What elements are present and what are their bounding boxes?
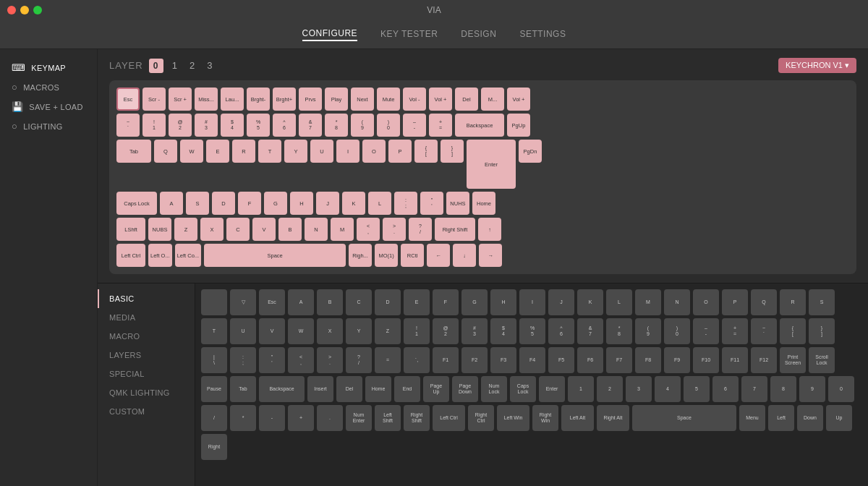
key-9[interactable]: (9	[351, 114, 374, 137]
key-z[interactable]: Z	[174, 218, 197, 241]
pkey-numminus[interactable]: -	[259, 405, 285, 431]
pkey-scroll-lock[interactable]: ScrollLock	[809, 347, 835, 373]
maximize-button[interactable]	[33, 6, 42, 14]
key-backspace[interactable]: Backspace	[455, 114, 504, 137]
pkey-a[interactable]: A	[288, 289, 314, 315]
key-slash[interactable]: ?/	[409, 218, 432, 241]
key-r[interactable]: R	[232, 140, 255, 163]
key-pgdn[interactable]: PgDn	[519, 140, 542, 163]
key-w[interactable]: W	[180, 140, 203, 163]
pkey-f7[interactable]: F7	[606, 347, 632, 373]
pkey-6[interactable]: ^6	[548, 318, 574, 344]
pkey-f9[interactable]: F9	[664, 347, 690, 373]
pkey-pause[interactable]: Pause	[201, 376, 227, 402]
key-l[interactable]: L	[368, 192, 391, 215]
palette-cat-custom[interactable]: CUSTOM	[98, 402, 195, 421]
pkey-m[interactable]: M	[635, 289, 661, 315]
pkey-up[interactable]: Up	[826, 405, 852, 431]
pkey-numstar[interactable]: *	[230, 405, 256, 431]
key-left-arrow[interactable]: ←	[427, 244, 450, 267]
pkey-capslock[interactable]: CapsLock	[510, 376, 536, 402]
key-mute[interactable]: Mute	[377, 88, 400, 111]
sidebar-item-keymap[interactable]: ⌨ KEYMAP	[0, 58, 97, 77]
key-left-co[interactable]: Left Co...	[175, 244, 201, 267]
key-prev[interactable]: Prvs	[299, 88, 322, 111]
key-caps-lock[interactable]: Caps Lock	[116, 192, 157, 215]
key-comma[interactable]: <,	[357, 218, 380, 241]
pkey-f3[interactable]: F3	[490, 347, 516, 373]
pkey-h[interactable]: H	[490, 289, 516, 315]
key-equals[interactable]: +=	[429, 114, 452, 137]
pkey-backtick[interactable]: `,	[404, 347, 430, 373]
key-vol-plus-2[interactable]: Vol +	[507, 88, 530, 111]
key-up[interactable]: ↑	[478, 218, 501, 241]
pkey-period[interactable]: >.	[317, 347, 343, 373]
pkey-9[interactable]: (9	[635, 318, 661, 344]
pkey-left-win[interactable]: Left Win	[497, 405, 529, 431]
key-brght-plus[interactable]: Brght+	[273, 88, 296, 111]
key-a[interactable]: A	[160, 192, 183, 215]
pkey-r[interactable]: R	[780, 289, 806, 315]
key-t[interactable]: T	[258, 140, 281, 163]
key-u[interactable]: U	[310, 140, 333, 163]
palette-cat-special[interactable]: SPECIAL	[98, 364, 195, 383]
pkey-tab[interactable]: Tab	[230, 376, 256, 402]
minimize-button[interactable]	[20, 6, 29, 14]
key-1[interactable]: !1	[142, 114, 166, 137]
pkey-num9[interactable]: 9	[799, 376, 825, 402]
key-space[interactable]: Space	[204, 244, 346, 267]
pkey-trns[interactable]: ▽	[230, 289, 256, 315]
pkey-slash[interactable]: ?/	[346, 347, 372, 373]
close-button[interactable]	[7, 6, 16, 14]
pkey-2[interactable]: @2	[433, 318, 459, 344]
key-period[interactable]: >.	[383, 218, 406, 241]
pkey-b[interactable]: B	[317, 289, 343, 315]
key-f[interactable]: F	[238, 192, 261, 215]
key-p[interactable]: P	[388, 140, 412, 163]
pkey-numenter[interactable]: NumEnter	[346, 405, 372, 431]
pkey-4[interactable]: $4	[490, 318, 516, 344]
layer-0[interactable]: 0	[149, 59, 163, 73]
pkey-pageup[interactable]: PageUp	[423, 376, 449, 402]
key-rctl[interactable]: RCtl	[401, 244, 424, 267]
key-lshift[interactable]: LShft	[116, 218, 145, 241]
pkey-numslash[interactable]: /	[201, 405, 227, 431]
pkey-f2[interactable]: F2	[461, 347, 488, 373]
nav-configure[interactable]: CONFIGURE	[302, 28, 358, 41]
pkey-tilde[interactable]: ~`	[751, 318, 777, 344]
pkey-f[interactable]: F	[433, 289, 459, 315]
pkey-empty[interactable]	[201, 289, 227, 315]
pkey-home[interactable]: Home	[365, 376, 391, 402]
pkey-menu[interactable]: Menu	[739, 405, 765, 431]
pkey-right-win[interactable]: RightWin	[532, 405, 558, 431]
pkey-right[interactable]: Right	[201, 434, 227, 460]
pkey-lbracket[interactable]: {[	[780, 318, 806, 344]
key-q[interactable]: Q	[154, 140, 177, 163]
key-3[interactable]: #3	[195, 114, 218, 137]
pkey-num6[interactable]: 6	[712, 376, 739, 402]
key-launchpad[interactable]: Lau...	[221, 88, 244, 111]
pkey-u[interactable]: U	[230, 318, 256, 344]
pkey-left-shift[interactable]: LeftShift	[375, 405, 401, 431]
pkey-e[interactable]: E	[404, 289, 430, 315]
pkey-5[interactable]: %5	[519, 318, 545, 344]
pkey-f11[interactable]: F11	[722, 347, 748, 373]
key-right-ellipsis[interactable]: Righ...	[349, 244, 372, 267]
pkey-backslash[interactable]: |\	[201, 347, 227, 373]
nav-settings[interactable]: SETTINGS	[519, 29, 566, 40]
nav-design[interactable]: DESIGN	[461, 29, 496, 40]
pkey-numdot[interactable]: .	[317, 405, 343, 431]
pkey-o[interactable]: O	[693, 289, 719, 315]
pkey-f6[interactable]: F6	[577, 347, 603, 373]
pkey-t[interactable]: T	[201, 318, 227, 344]
key-brght-minus[interactable]: Brght-	[247, 88, 270, 111]
pkey-z[interactable]: Z	[375, 318, 401, 344]
pkey-print-screen[interactable]: PrintScreen	[780, 347, 806, 373]
pkey-pagedown[interactable]: PageDown	[452, 376, 478, 402]
key-left-os[interactable]: Left O...	[148, 244, 172, 267]
pkey-f10[interactable]: F10	[693, 347, 719, 373]
key-j[interactable]: J	[316, 192, 339, 215]
pkey-7[interactable]: &7	[577, 318, 603, 344]
key-right-shift[interactable]: Right Shift	[435, 218, 475, 241]
pkey-num2[interactable]: 2	[597, 376, 623, 402]
